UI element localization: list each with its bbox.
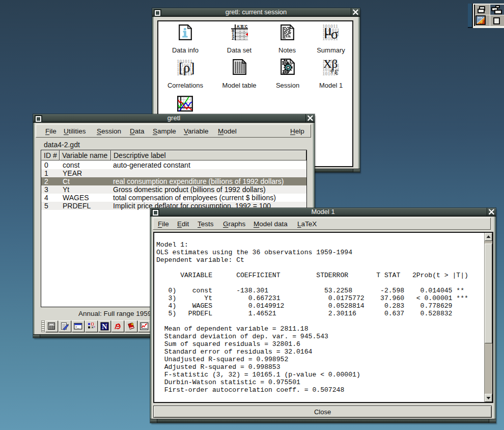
svg-text:+ε: +ε [329,66,339,75]
svg-text:2: 2 [232,36,234,40]
svg-text:σ: σ [331,26,339,40]
svg-text:N: N [102,323,107,331]
svg-text:C: C [245,24,247,30]
svg-text:B: B [241,24,243,30]
svg-text:>_: >_ [75,326,79,329]
svg-text:×: × [92,326,94,329]
svg-text:[ρ]: [ρ] [179,60,194,75]
svg-text:A: A [237,24,240,30]
